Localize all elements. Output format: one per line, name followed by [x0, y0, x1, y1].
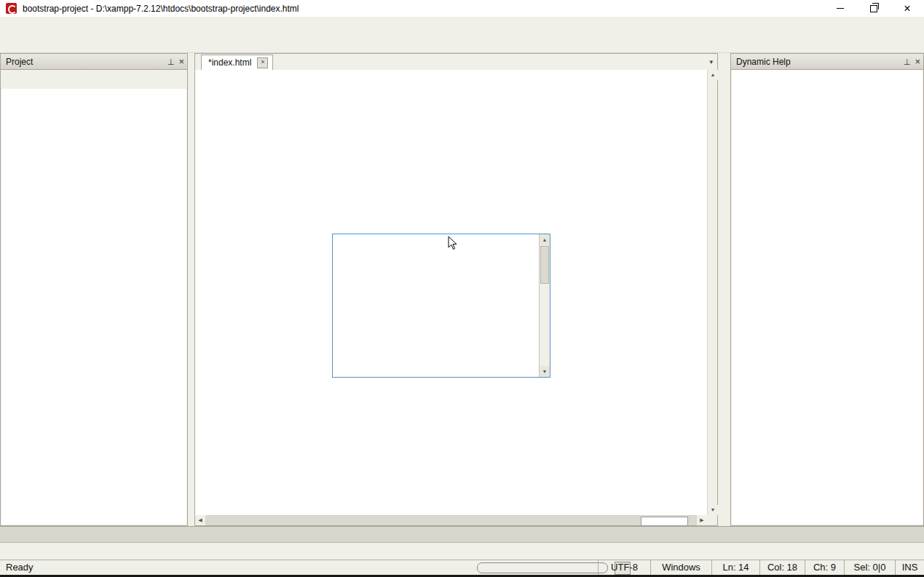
close-button[interactable]: × — [891, 0, 924, 17]
autocomplete-list — [333, 234, 539, 377]
autocomplete-scroll-thumb[interactable] — [540, 246, 549, 284]
dynamic-help-header: Dynamic Help ⊤ × — [731, 54, 923, 70]
project-panel-header: Project ⊤ × — [1, 54, 187, 70]
status-segments: UTF-8 Windows Ln: 14 Col: 18 Ch: 9 Sel: … — [598, 560, 924, 575]
project-panel-title: Project — [6, 57, 33, 67]
mouse-cursor — [448, 236, 458, 250]
window-title: bootstrap-project - D:\xampp-7.2.12\htdo… — [23, 4, 299, 14]
status-char: Ch: 9 — [805, 560, 844, 575]
editor-tab-bar: *index.html × ▾ — [195, 54, 717, 71]
pin-icon[interactable]: ⊤ — [904, 57, 911, 66]
close-icon: × — [904, 3, 910, 15]
horizontal-scrollbar[interactable]: ◀ ▶ — [195, 515, 707, 525]
pin-icon[interactable]: ⊤ — [167, 57, 175, 66]
dynamic-help-title: Dynamic Help — [736, 57, 791, 67]
minimize-icon — [837, 8, 844, 9]
close-panel-icon[interactable]: × — [178, 57, 184, 66]
scrollbar-corner — [707, 515, 717, 525]
status-line-ending[interactable]: Windows — [650, 560, 711, 575]
autocomplete-scroll-down-icon[interactable]: ▼ — [540, 366, 550, 377]
app-logo-icon — [6, 3, 17, 14]
codelobster-window: bootstrap-project - D:\xampp-7.2.12\htdo… — [0, 0, 924, 577]
autocomplete-popup: ▲ ▼ — [332, 234, 550, 378]
close-panel-icon[interactable]: × — [915, 57, 920, 66]
scroll-left-icon[interactable]: ◀ — [195, 515, 205, 525]
status-bar: Ready UTF-8 Windows Ln: 14 Col: 18 Ch: 9… — [0, 560, 924, 575]
tab-index-html[interactable]: *index.html × — [201, 55, 273, 70]
editor-view-tabs — [194, 527, 718, 543]
title-bar: bootstrap-project - D:\xampp-7.2.12\htdo… — [0, 0, 924, 17]
minimize-button[interactable] — [824, 0, 857, 17]
window-controls: × — [824, 0, 924, 17]
vertical-scrollbar[interactable]: ▲ ▼ — [707, 70, 717, 515]
horizontal-scroll-thumb[interactable] — [641, 517, 688, 526]
tab-close-icon[interactable]: × — [257, 57, 268, 68]
autocomplete-scroll-up-icon[interactable]: ▲ — [540, 234, 550, 245]
dynamic-help-panel: Dynamic Help ⊤ × — [730, 53, 924, 526]
dock-bar — [0, 542, 924, 560]
bottom-tabs-row — [0, 526, 924, 542]
scroll-up-icon[interactable]: ▲ — [708, 70, 718, 80]
code-editor: *index.html × ▾ ▲ ▼ ◀ ▶ — [194, 53, 718, 526]
restore-icon — [870, 5, 877, 12]
editor-tab-label: *index.html — [208, 57, 251, 68]
restore-button[interactable] — [857, 0, 891, 17]
menu-bar — [0, 17, 924, 34]
status-column: Col: 18 — [759, 560, 805, 575]
project-panel: Project ⊤ × — [0, 53, 188, 526]
progress-bar — [477, 562, 608, 573]
status-insert-mode[interactable]: INS — [895, 560, 924, 575]
status-line: Ln: 14 — [711, 560, 759, 575]
scroll-right-icon[interactable]: ▶ — [697, 515, 707, 525]
main-toolbar — [0, 34, 924, 53]
help-tree — [732, 70, 923, 525]
project-tree — [1, 89, 186, 525]
scroll-down-icon[interactable]: ▼ — [708, 505, 718, 515]
tab-list-icon[interactable]: ▾ — [709, 58, 713, 65]
status-encoding[interactable]: UTF-8 — [598, 560, 650, 575]
main-area: Project ⊤ × *index.html × ▾ ▲ — [0, 53, 924, 526]
project-toolbar — [1, 70, 187, 89]
autocomplete-scrollbar[interactable]: ▲ ▼ — [539, 234, 550, 377]
status-selection: Sel: 0|0 — [844, 560, 895, 575]
status-message: Ready — [6, 560, 33, 575]
